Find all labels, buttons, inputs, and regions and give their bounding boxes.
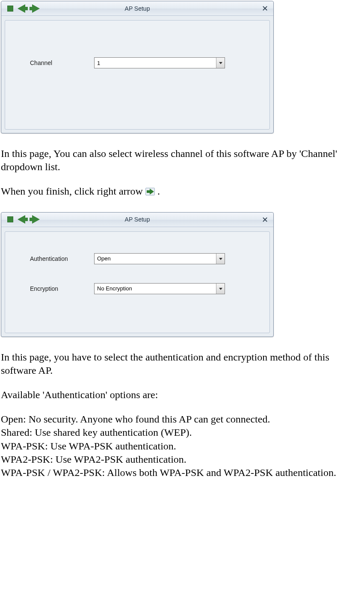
- titlebar: AP Setup ✕: [1, 1, 273, 16]
- window-title: AP Setup: [1, 216, 273, 223]
- auth-option-shared: Shared: Use shared key authentication (W…: [1, 426, 363, 439]
- close-icon[interactable]: ✕: [262, 215, 268, 225]
- channel-dropdown[interactable]: 1: [94, 57, 225, 68]
- inline-forward-arrow-icon: [145, 188, 155, 195]
- encryption-label: Encryption: [30, 285, 94, 292]
- svg-marker-0: [219, 62, 222, 64]
- channel-value: 1: [95, 60, 216, 66]
- window-title: AP Setup: [1, 5, 273, 12]
- auth-option-wpa-wpa2: WPA-PSK / WPA2-PSK: Allows both WPA-PSK …: [1, 466, 363, 479]
- back-arrow-icon[interactable]: [18, 215, 25, 224]
- titlebar: AP Setup ✕: [1, 213, 273, 227]
- forward-arrow-icon[interactable]: [32, 215, 40, 224]
- encryption-dropdown[interactable]: No Encryption: [94, 283, 225, 294]
- chevron-down-icon[interactable]: [216, 58, 225, 68]
- forward-arrow-icon[interactable]: [32, 4, 40, 13]
- auth-option-open: Open: No security. Anyone who found this…: [1, 413, 363, 426]
- chevron-down-icon[interactable]: [216, 254, 225, 264]
- paragraph-auth-options-heading: Available 'Authentication' options are:: [1, 388, 363, 402]
- channel-label: Channel: [30, 59, 94, 66]
- encryption-value: No Encryption: [95, 285, 216, 292]
- chevron-down-icon[interactable]: [216, 284, 225, 294]
- svg-marker-1: [219, 258, 222, 260]
- ap-setup-window-auth: AP Setup ✕ Authentication Open Encryptio…: [1, 212, 274, 337]
- close-icon[interactable]: ✕: [262, 4, 268, 13]
- panel: Channel 1: [5, 20, 270, 130]
- ap-setup-window-channel: AP Setup ✕ Channel 1: [1, 1, 274, 133]
- paragraph-next-step: When you finish, click right arrow .: [1, 185, 363, 198]
- stop-icon[interactable]: [7, 6, 13, 12]
- auth-option-wpa2-psk: WPA2-PSK: Use WPA2-PSK authentication.: [1, 453, 363, 466]
- back-arrow-icon[interactable]: [18, 4, 25, 13]
- panel: Authentication Open Encryption No Encryp…: [5, 231, 270, 333]
- stop-icon[interactable]: [7, 216, 13, 222]
- paragraph-auth-desc: In this page, you have to select the aut…: [1, 351, 363, 377]
- authentication-value: Open: [95, 255, 216, 262]
- authentication-dropdown[interactable]: Open: [94, 253, 225, 264]
- paragraph-channel-desc: In this page, You can also select wirele…: [1, 147, 363, 174]
- svg-marker-2: [219, 288, 222, 290]
- authentication-label: Authentication: [30, 255, 94, 262]
- auth-option-wpa-psk: WPA-PSK: Use WPA-PSK authentication.: [1, 440, 363, 453]
